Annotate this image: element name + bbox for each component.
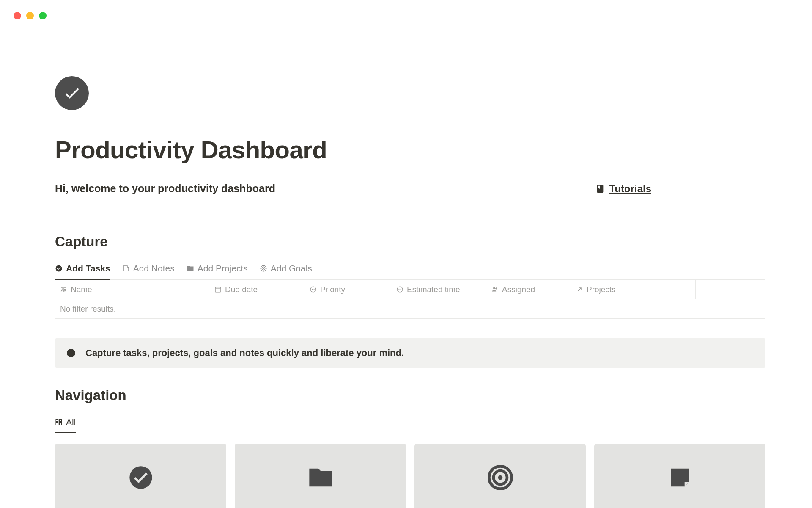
navigation-heading: Navigation — [55, 387, 765, 403]
nav-card-goals[interactable] — [414, 444, 586, 508]
table-header: Aa Name Due date Priority Estimated time… — [55, 280, 765, 299]
tab-add-notes[interactable]: Add Notes — [122, 260, 175, 280]
capture-tabs: Add Tasks Add Notes Add Projects Add Goa… — [55, 260, 765, 280]
calendar-icon — [214, 286, 222, 293]
welcome-text: Hi, welcome to your productivity dashboa… — [55, 182, 275, 195]
table-empty-message: No filter results. — [55, 299, 765, 319]
tab-label: All — [66, 417, 76, 427]
column-label: Due date — [225, 285, 258, 294]
column-label: Estimated time — [407, 285, 460, 294]
folder-icon — [187, 265, 194, 272]
nav-card-projects[interactable] — [235, 444, 406, 508]
capture-heading: Capture — [55, 234, 765, 250]
people-icon — [491, 286, 499, 293]
tab-label: Add Tasks — [66, 263, 110, 273]
navigation-gallery — [55, 444, 765, 508]
folder-icon — [307, 464, 334, 491]
svg-point-10 — [496, 288, 497, 290]
column-assigned[interactable]: Assigned — [486, 280, 571, 299]
close-window-button[interactable] — [14, 12, 21, 19]
svg-point-21 — [498, 475, 502, 480]
book-icon — [595, 184, 605, 193]
note-icon — [122, 265, 130, 272]
callout-text: Capture tasks, projects, goals and notes… — [85, 348, 404, 359]
tutorials-label: Tutorials — [609, 183, 651, 195]
tab-add-goals[interactable]: Add Goals — [260, 260, 312, 280]
gallery-icon — [55, 418, 63, 426]
column-label: Name — [71, 285, 92, 294]
maximize-window-button[interactable] — [39, 12, 47, 19]
svg-point-9 — [493, 287, 495, 289]
tab-label: Add Projects — [198, 263, 248, 273]
minimize-window-button[interactable] — [26, 12, 34, 19]
svg-rect-5 — [215, 287, 221, 292]
column-spacer — [696, 280, 765, 299]
tab-label: Add Notes — [133, 263, 175, 273]
text-icon: Aa — [60, 286, 67, 293]
check-circle-icon — [127, 464, 154, 491]
svg-rect-17 — [60, 423, 62, 425]
column-name[interactable]: Aa Name — [55, 280, 209, 299]
info-icon — [66, 348, 76, 358]
column-label: Priority — [320, 285, 345, 294]
sticky-note-icon — [667, 464, 694, 491]
navigation-tabs: All — [55, 414, 765, 433]
nav-card-tasks[interactable] — [55, 444, 226, 508]
column-label: Projects — [587, 285, 616, 294]
tab-label: Add Goals — [271, 263, 312, 273]
tab-add-projects[interactable]: Add Projects — [187, 260, 248, 280]
target-icon — [260, 265, 267, 272]
svg-rect-16 — [56, 423, 58, 425]
nav-card-notes[interactable] — [594, 444, 765, 508]
page-icon[interactable] — [55, 76, 89, 110]
page-title[interactable]: Productivity Dashboard — [55, 135, 765, 164]
svg-rect-13 — [71, 351, 71, 351]
check-circle-icon — [55, 265, 63, 272]
column-priority[interactable]: Priority — [304, 280, 391, 299]
tab-add-tasks[interactable]: Add Tasks — [55, 260, 110, 280]
capture-callout: Capture tasks, projects, goals and notes… — [55, 338, 765, 368]
svg-point-0 — [56, 265, 62, 272]
window-controls — [14, 12, 47, 19]
svg-text:Aa: Aa — [61, 287, 66, 292]
chevron-down-circle-icon — [310, 286, 317, 293]
svg-point-8 — [397, 287, 403, 292]
tab-all[interactable]: All — [55, 414, 76, 433]
svg-point-7 — [310, 287, 316, 292]
arrow-up-right-icon — [576, 286, 583, 293]
column-projects[interactable]: Projects — [571, 280, 696, 299]
svg-point-3 — [263, 268, 264, 269]
chevron-down-circle-icon — [396, 286, 403, 293]
target-icon — [487, 464, 514, 491]
svg-rect-12 — [71, 352, 71, 355]
check-circle-icon — [63, 84, 81, 102]
svg-rect-15 — [60, 419, 62, 421]
tutorials-link[interactable]: Tutorials — [595, 183, 651, 195]
column-due-date[interactable]: Due date — [209, 280, 304, 299]
column-estimated-time[interactable]: Estimated time — [391, 280, 486, 299]
svg-point-18 — [129, 466, 152, 489]
svg-rect-14 — [56, 419, 58, 421]
column-label: Assigned — [502, 285, 535, 294]
